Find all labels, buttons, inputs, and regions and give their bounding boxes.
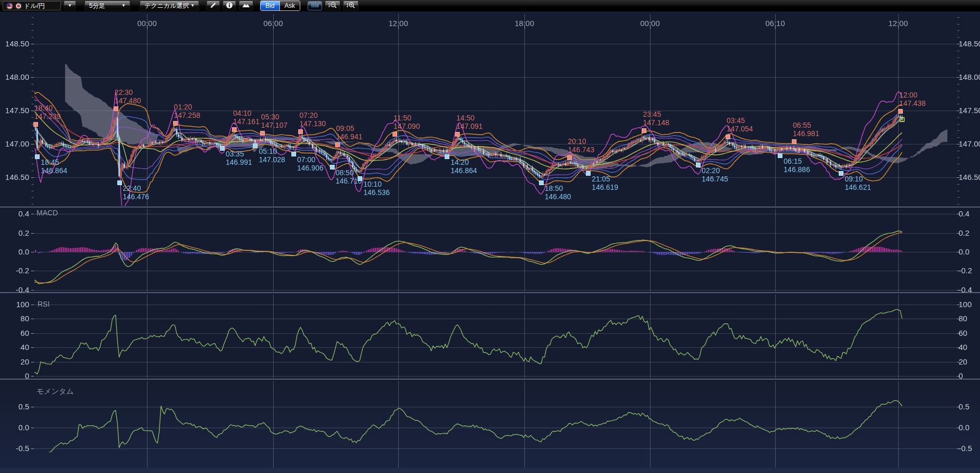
chart-canvas[interactable] <box>0 0 980 473</box>
info-icon <box>226 2 233 10</box>
pencil-icon <box>210 2 217 10</box>
ask-button[interactable]: Ask <box>279 1 300 10</box>
mountain-icon <box>242 2 250 10</box>
draw-tool-button[interactable] <box>206 1 220 10</box>
timeframe-select[interactable]: 5分足 ▼ <box>84 1 130 10</box>
japan-flag-icon <box>15 3 22 9</box>
momentum-panel-title: モメンタム <box>36 387 74 396</box>
bid-ask-toggle: Bid Ask <box>260 1 300 11</box>
area-chart-button[interactable] <box>239 1 253 10</box>
chevron-down-icon: ▼ <box>121 4 126 8</box>
info-button[interactable] <box>223 1 236 10</box>
symbol-label: ドル/円 <box>24 2 45 10</box>
chevron-down-icon: ▼ <box>190 4 194 8</box>
bottom-strip <box>0 468 980 473</box>
panel-separator <box>0 292 980 293</box>
zoom-out-icon <box>328 2 337 10</box>
macd-panel-title: MACD <box>36 209 58 217</box>
technical-select-button[interactable]: テクニカル選択 ▼ <box>140 1 199 10</box>
bid-button[interactable]: Bid <box>261 1 279 10</box>
panel-separator <box>0 379 980 380</box>
zoom-in-icon <box>346 2 356 10</box>
chevron-down-icon: ▼ <box>68 4 72 8</box>
rsi-panel-title: RSI <box>38 300 50 308</box>
panel-separator <box>0 207 980 208</box>
zoom-in-button[interactable] <box>343 1 359 10</box>
toolbar: ドル/円 ▼ 5分足 ▼ テクニカル選択 ▼ Bid Ask <box>0 0 980 11</box>
zoom-out-button[interactable] <box>325 1 340 10</box>
chart-stage: 00:0006:0012:0018:0000:0006:1012:00148.5… <box>0 0 980 473</box>
symbol-select[interactable]: ドル/円 <box>3 1 61 10</box>
timeframe-label: 5分足 <box>89 2 105 10</box>
technical-select-label: テクニカル選択 <box>144 2 189 10</box>
us-flag-icon <box>6 3 13 9</box>
symbol-dropdown-button[interactable]: ▼ <box>64 1 76 10</box>
candle-chart-button[interactable] <box>308 1 322 10</box>
candle-chart-icon <box>311 2 319 10</box>
